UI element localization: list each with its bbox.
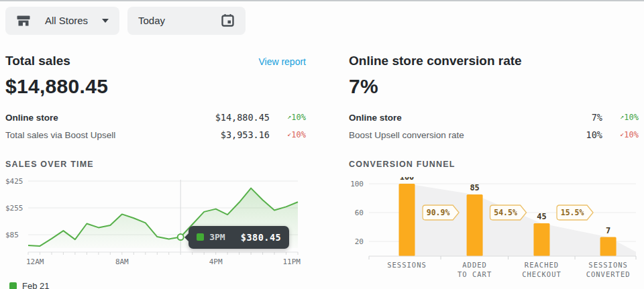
dashboard-panels: Total sales View report $14,880.45 Onlin… [0,36,644,289]
stat-row-boost-upsell-rate: Boost Upsell conversion rate 10% ↙10% [349,126,639,143]
svg-text:$85: $85 [5,231,19,239]
stat-value: $14,880.45 [215,112,270,123]
svg-text:100: 100 [350,180,364,188]
date-selector-button[interactable]: Today [127,7,246,35]
svg-text:ADDED: ADDED [462,261,487,269]
svg-text:85: 85 [470,183,479,192]
storefront-icon [16,14,31,27]
svg-text:11PM: 11PM [283,257,301,266]
svg-text:4PM: 4PM [209,257,223,266]
stat-row-online-store-sales: Online store $14,880.45 ↗10% [5,109,306,126]
legend-swatch-green [9,282,17,289]
svg-text:7: 7 [606,226,610,235]
store-selector-label: All Stores [45,15,88,26]
svg-text:CHECKOUT: CHECKOUT [522,270,561,278]
conversion-rate-panel: Online store conversion rate 7% Online s… [349,36,639,289]
total-sales-header: Total sales View report [5,54,306,68]
stat-label: Online store [5,113,215,123]
stat-value: 7% [592,112,602,123]
sales-over-time-title: SALES OVER TIME [5,160,306,169]
series-color-swatch [197,233,204,241]
sales-legend: Feb 21 [9,281,306,289]
stat-label: Online store [349,113,592,123]
svg-text:REACHED: REACHED [525,261,559,269]
conversion-funnel-chart[interactable]: 20601001008545790.9%54.5%15.5%SESSIONSAD… [349,177,639,281]
chart-tooltip: 3PM $380.45 [189,226,289,249]
delta-badge-down: ↙10% [270,130,306,139]
date-selector-label: Today [138,15,165,26]
store-selector-button[interactable]: All Stores [5,7,119,35]
svg-text:90.9%: 90.9% [427,208,450,217]
conversion-funnel-title: CONVERSION FUNNEL [349,160,639,169]
delta-badge-up: ↗10% [602,113,639,122]
calendar-icon [221,13,235,27]
tooltip-value: $380.45 [241,232,281,243]
svg-text:54.5%: 54.5% [494,208,517,217]
total-sales-title: Total sales [5,54,70,68]
stat-value: 10% [586,129,602,140]
delta-value: 10% [291,113,306,122]
stat-value: $3,953.16 [221,129,270,140]
sales-line-chart[interactable]: $85$255$42512AM8AM4PM11PM [5,177,306,268]
chevron-down-icon [102,19,109,23]
tooltip-time: 3PM [209,232,225,242]
svg-text:12AM: 12AM [26,257,44,266]
svg-text:TO CART: TO CART [458,270,492,278]
svg-text:8AM: 8AM [115,257,129,266]
total-sales-panel: Total sales View report $14,880.45 Onlin… [5,36,306,289]
stat-row-boost-upsell-sales: Total sales via Boost Upsell $3,953.16 ↙… [5,126,306,143]
delta-value: 10% [291,130,306,139]
svg-text:100: 100 [400,177,415,182]
svg-text:SESSIONS: SESSIONS [387,261,427,269]
stat-row-online-store-rate: Online store 7% ↗10% [349,109,639,126]
svg-text:SESSIONS: SESSIONS [588,261,628,269]
toolbar: All Stores Today [0,1,644,36]
svg-text:15.5%: 15.5% [561,208,584,217]
delta-value: 10% [624,113,639,122]
svg-text:20: 20 [355,237,364,246]
svg-text:$255: $255 [5,204,23,213]
funnel-chart-area: 20601001008545790.9%54.5%15.5%SESSIONSAD… [349,177,639,284]
svg-text:60: 60 [355,209,364,217]
conversion-title: Online store conversion rate [349,54,522,68]
conversion-header: Online store conversion rate [349,54,639,68]
tooltip-arrow [184,233,189,241]
delta-badge-up: ↗10% [270,113,306,122]
total-sales-value: $14,880.45 [5,75,306,98]
stat-label: Boost Upsell conversion rate [349,130,586,140]
view-report-link[interactable]: View report [258,56,306,67]
conversion-rate-value: 7% [349,75,639,98]
legend-label: Feb 21 [22,281,49,289]
delta-badge-down: ↙10% [602,130,639,139]
svg-text:CONVERTED: CONVERTED [586,270,631,278]
sales-chart-area: $85$255$42512AM8AM4PM11PM 3PM $380.45 [5,177,306,270]
svg-text:$425: $425 [5,177,23,186]
stat-label: Total sales via Boost Upsell [5,130,221,140]
delta-value: 10% [624,130,639,139]
svg-text:45: 45 [537,212,546,221]
